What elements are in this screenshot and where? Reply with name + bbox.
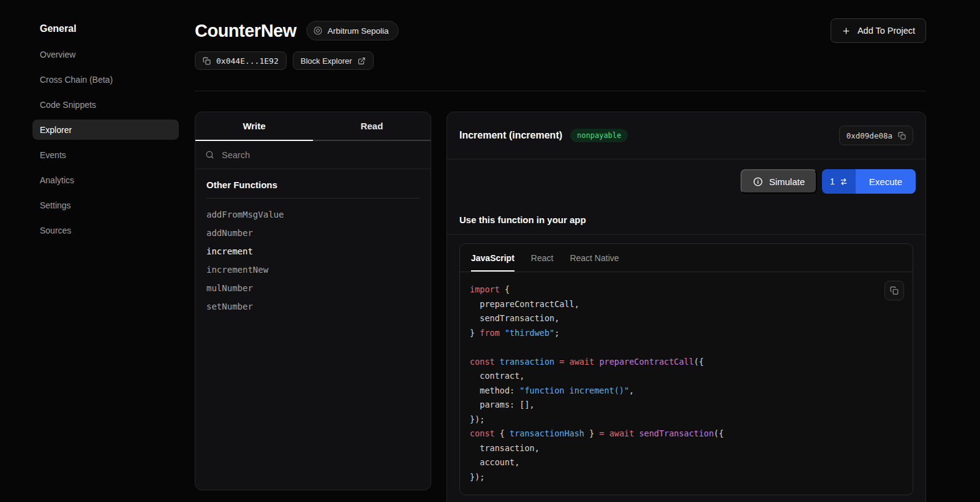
explorer-content: Write Read Other Functions addFromMsgVal… xyxy=(195,112,926,502)
add-to-project-label: Add To Project xyxy=(858,26,915,36)
tab-react-native[interactable]: React Native xyxy=(570,244,619,272)
tab-javascript[interactable]: JavaScript xyxy=(471,244,514,272)
sidebar-item-settings[interactable]: Settings xyxy=(32,195,179,215)
search-input[interactable] xyxy=(221,150,421,161)
sidebar-item-overview[interactable]: Overview xyxy=(32,44,179,64)
block-explorer-button[interactable]: Block Explorer xyxy=(293,51,374,70)
copy-icon xyxy=(890,286,899,295)
copy-icon xyxy=(898,132,906,140)
function-search-row xyxy=(195,141,431,169)
simulate-button[interactable]: Simulate xyxy=(741,169,817,194)
sidebar-item-sources[interactable]: Sources xyxy=(32,220,179,240)
main-content: CounterNew Arbitrum Sepolia Add To Proje… xyxy=(194,0,980,502)
read-write-tabs: Write Read xyxy=(195,112,431,141)
function-selector-label: 0xd09de08a xyxy=(846,131,892,140)
block-explorer-label: Block Explorer xyxy=(301,56,352,66)
network-icon xyxy=(313,26,323,36)
network-badge-label: Arbitrum Sepolia xyxy=(328,26,389,36)
function-item-incrementNew[interactable]: incrementNew xyxy=(206,261,420,279)
code-card: JavaScript React React Native import { xyxy=(459,243,913,495)
copy-icon xyxy=(203,57,211,65)
action-toolbar: Simulate 1 Execute xyxy=(447,159,925,203)
execute-split-button: 1 Execute xyxy=(822,169,916,194)
sidebar-item-explorer[interactable]: Explorer xyxy=(32,120,179,140)
functions-panel: Write Read Other Functions addFromMsgVal… xyxy=(195,112,431,490)
usage-divider xyxy=(447,234,925,235)
other-functions-section: Other Functions addFromMsgValue addNumbe… xyxy=(195,169,431,326)
function-title: Increment (increment) xyxy=(459,130,562,141)
contract-meta-row: 0x044E...1E92 Block Explorer xyxy=(195,51,926,70)
contract-address-label: 0x044E...1E92 xyxy=(216,56,279,66)
plus-icon xyxy=(842,26,851,36)
page-title: CounterNew xyxy=(195,21,296,41)
sidebar-item-analytics[interactable]: Analytics xyxy=(32,170,179,190)
tab-react[interactable]: React xyxy=(531,244,554,272)
sidebar-item-cross-chain[interactable]: Cross Chain (Beta) xyxy=(32,69,179,89)
tab-write[interactable]: Write xyxy=(195,112,313,141)
copy-code-button[interactable] xyxy=(884,281,904,300)
function-detail-panel: Increment (increment) nonpayable 0xd09de… xyxy=(447,112,926,502)
function-item-setNumber[interactable]: setNumber xyxy=(206,297,420,316)
execute-count-button[interactable]: 1 xyxy=(822,169,856,194)
contract-address-button[interactable]: 0x044E...1E92 xyxy=(195,51,287,70)
execute-label: Execute xyxy=(869,177,902,187)
info-icon xyxy=(753,177,763,187)
function-item-addFromMsgValue[interactable]: addFromMsgValue xyxy=(206,205,420,224)
code-block: import { prepareContractCall, sendTransa… xyxy=(470,283,903,484)
execute-button[interactable]: Execute xyxy=(856,169,916,194)
usage-heading: Use this function in your app xyxy=(447,203,925,225)
simulate-label: Simulate xyxy=(769,177,805,187)
add-to-project-button[interactable]: Add To Project xyxy=(831,18,926,43)
sidebar-item-code-snippets[interactable]: Code Snippets xyxy=(32,94,179,115)
swap-icon xyxy=(840,178,848,186)
network-badge[interactable]: Arbitrum Sepolia xyxy=(306,21,399,40)
search-icon xyxy=(205,150,214,159)
sidebar: General Overview Cross Chain (Beta) Code… xyxy=(0,0,194,502)
external-link-icon xyxy=(358,57,366,65)
function-item-mulNumber[interactable]: mulNumber xyxy=(206,279,420,297)
function-detail-header: Increment (increment) nonpayable 0xd09de… xyxy=(447,112,925,159)
code-area: import { prepareContractCall, sendTransa… xyxy=(460,272,913,495)
other-functions-title: Other Functions xyxy=(206,180,420,199)
sidebar-item-events[interactable]: Events xyxy=(32,145,179,165)
code-language-tabs: JavaScript React React Native xyxy=(460,244,913,272)
execute-count: 1 xyxy=(830,177,835,186)
function-item-addNumber[interactable]: addNumber xyxy=(206,224,420,242)
page-header: CounterNew Arbitrum Sepolia Add To Proje… xyxy=(195,18,926,43)
function-item-increment[interactable]: increment xyxy=(206,242,420,261)
function-selector-button[interactable]: 0xd09de08a xyxy=(839,126,913,145)
mutability-badge: nonpayable xyxy=(570,129,628,142)
sidebar-heading: General xyxy=(32,18,179,39)
tab-read[interactable]: Read xyxy=(313,112,431,141)
header-divider xyxy=(195,91,926,91)
